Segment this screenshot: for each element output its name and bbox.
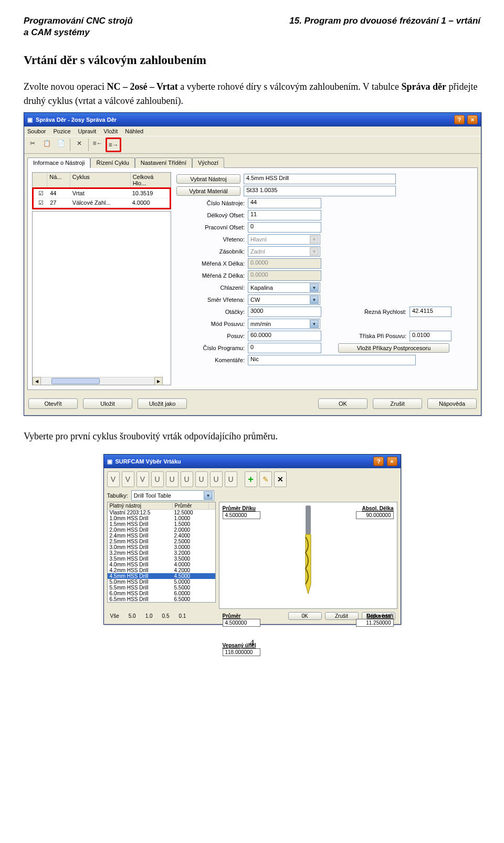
edit-icon[interactable]: ✎: [259, 471, 272, 487]
menu-preview[interactable]: Náhled: [125, 128, 143, 134]
col-na[interactable]: Ná...: [47, 173, 70, 187]
titlebar[interactable]: ▣ Správa Děr - 2osy Správa Děr ? ×: [24, 113, 481, 127]
list-item[interactable]: 1.5mm HSS Drill1.5000: [108, 521, 215, 527]
drill-type-icon[interactable]: U: [166, 471, 178, 487]
feedmode-select[interactable]: mm/min▼: [248, 319, 320, 329]
menu-file[interactable]: Soubor: [27, 128, 46, 134]
menu-insert[interactable]: Vložit: [103, 128, 118, 134]
outdent-icon[interactable]: ≡←: [91, 138, 104, 149]
feed-input[interactable]: 60.0000: [248, 331, 321, 341]
menu-position[interactable]: Pozice: [53, 128, 70, 134]
list-item[interactable]: 5.5mm HSS Drill5.5000: [108, 585, 215, 591]
help-button[interactable]: Nápověda: [427, 398, 477, 409]
drill-select-dialog: ▣ SURFCAM Výběr Vrtáku ? × V V V U U U U…: [103, 454, 401, 625]
table-row[interactable]: ☑ 44 Vrtat 10.3519: [34, 189, 170, 198]
col-cycle[interactable]: Cyklus: [70, 173, 131, 187]
post-commands-button[interactable]: Vložit Příkazy Postprocesoru: [338, 343, 449, 353]
list-item[interactable]: 3.0mm HSS Drill3.0000: [108, 544, 215, 550]
label-all: Vše: [110, 613, 119, 619]
col-tool[interactable]: Platný nástroj: [108, 502, 173, 509]
select-material-button[interactable]: Vybrat Materiál: [176, 186, 240, 196]
step-value[interactable]: 0.5: [162, 613, 170, 619]
close-icon[interactable]: ×: [467, 115, 478, 124]
table-row[interactable]: ☑ 27 Válcové Zahl... 4.0000: [34, 198, 170, 208]
cutspeed-input[interactable]: 42.4115: [410, 307, 452, 317]
add-icon[interactable]: +: [245, 471, 257, 487]
scroll-right-icon[interactable]: ▶: [154, 377, 163, 385]
tab-cycle[interactable]: Řízení Cyklu: [90, 157, 134, 168]
chip-input[interactable]: 0.0100: [410, 331, 452, 341]
help-icon[interactable]: ?: [454, 115, 465, 124]
tool-list: Platný nástroj Průměr Vlastní 2203:12.51…: [107, 502, 216, 603]
step-value[interactable]: 1.0: [145, 613, 153, 619]
direction-select[interactable]: CW▼: [248, 294, 320, 305]
drill-type-icon[interactable]: U: [225, 471, 237, 487]
chevron-down-icon[interactable]: ▼: [310, 320, 319, 328]
diameter-value: 4.500000: [223, 619, 260, 627]
delete-icon[interactable]: ✕: [274, 471, 287, 487]
drill-type-icon[interactable]: U: [181, 471, 193, 487]
list-item[interactable]: 1.0mm HSS Drill1.0000: [108, 515, 215, 521]
scroll-left-icon[interactable]: ◀: [33, 377, 41, 385]
drill-type-icon[interactable]: V: [107, 471, 120, 487]
paste-icon[interactable]: 📄: [55, 138, 67, 149]
rpm-input[interactable]: 3000: [248, 307, 321, 317]
copy-icon[interactable]: 📋: [40, 138, 53, 149]
label-coolant: Chlazení:: [176, 284, 245, 291]
list-item[interactable]: 4.0mm HSS Drill4.0000: [108, 562, 215, 567]
list-item[interactable]: 3.2mm HSS Drill3.2000: [108, 550, 215, 556]
open-button[interactable]: Otevřít: [28, 398, 78, 409]
tab-sort[interactable]: Nastavení Třídění: [135, 157, 192, 168]
cut-icon[interactable]: ✂: [26, 138, 39, 149]
chevron-down-icon[interactable]: ▼: [204, 491, 213, 500]
label-shank-dia: Průměr Dříku: [223, 505, 260, 511]
program-input[interactable]: 0: [248, 343, 321, 353]
close-icon[interactable]: ×: [387, 457, 397, 466]
tool-no-input[interactable]: 44: [248, 198, 321, 208]
indent-icon[interactable]: ≡→: [107, 139, 120, 151]
list-item[interactable]: 5.0mm HSS Drill5.0000: [108, 579, 215, 585]
scroll-thumb[interactable]: [51, 378, 100, 384]
save-button[interactable]: Uložit: [83, 398, 132, 409]
tab-default[interactable]: Výchozí: [192, 157, 224, 168]
chevron-down-icon[interactable]: ▼: [310, 283, 319, 292]
drill-type-icon[interactable]: U: [151, 471, 164, 487]
coolant-select[interactable]: Kapalina▼: [248, 282, 320, 293]
tables-select[interactable]: Drill Tool Table ▼: [131, 490, 214, 501]
scrollbar-horizontal[interactable]: ◀ ▶: [33, 377, 163, 385]
delete-icon[interactable]: ✕: [73, 138, 86, 149]
col-dia[interactable]: Průměr: [173, 502, 209, 509]
col-check[interactable]: [33, 173, 47, 187]
list-item[interactable]: 2.5mm HSS Drill2.5000: [108, 539, 215, 544]
list-item[interactable]: 4.2mm HSS Drill4.2000: [108, 567, 215, 573]
list-item[interactable]: 7.0mm HSS Drill7.0000: [108, 602, 215, 603]
list-item[interactable]: 3.5mm HSS Drill3.5000: [108, 556, 215, 562]
drill-type-icon[interactable]: U: [210, 471, 223, 487]
save-as-button[interactable]: Uložit jako: [138, 398, 187, 409]
list-item[interactable]: 4.5mm HSS Drill4.5000: [108, 573, 215, 579]
work-offset-input[interactable]: 0: [248, 222, 321, 233]
list-item[interactable]: 6.5mm HSS Drill6.5000: [108, 596, 215, 602]
label-program: Číslo Programu:: [176, 345, 245, 351]
label-diameter: Průměr: [223, 613, 260, 619]
select-tool-button[interactable]: Vybrat Nástroj: [176, 174, 240, 184]
help-icon[interactable]: ?: [373, 457, 384, 466]
ok-button[interactable]: OK: [318, 398, 368, 409]
step-value[interactable]: 0.1: [178, 613, 186, 619]
drill-type-icon[interactable]: U: [195, 471, 208, 487]
cancel-button[interactable]: Zrušit: [373, 398, 422, 409]
drill-type-icon[interactable]: V: [122, 471, 134, 487]
len-offset-input[interactable]: 11: [248, 210, 321, 220]
comments-input[interactable]: Nic: [248, 355, 416, 365]
list-item[interactable]: 2.0mm HSS Drill2.0000: [108, 527, 215, 533]
list-item[interactable]: 6.0mm HSS Drill6.0000: [108, 591, 215, 596]
menu-edit[interactable]: Upravit: [78, 128, 97, 134]
drill-type-icon[interactable]: V: [136, 471, 149, 487]
step-value[interactable]: 5.0: [129, 613, 136, 619]
list-item[interactable]: Vlastní 2203:12.512.5000: [108, 510, 215, 515]
titlebar[interactable]: ▣ SURFCAM Výběr Vrtáku ? ×: [104, 455, 401, 468]
col-depth[interactable]: Celková Hlo...: [131, 173, 171, 187]
chevron-down-icon[interactable]: ▼: [310, 296, 319, 304]
tab-tool-info[interactable]: Informace o Nástroji: [27, 157, 90, 168]
list-item[interactable]: 2.4mm HSS Drill2.4000: [108, 533, 215, 539]
